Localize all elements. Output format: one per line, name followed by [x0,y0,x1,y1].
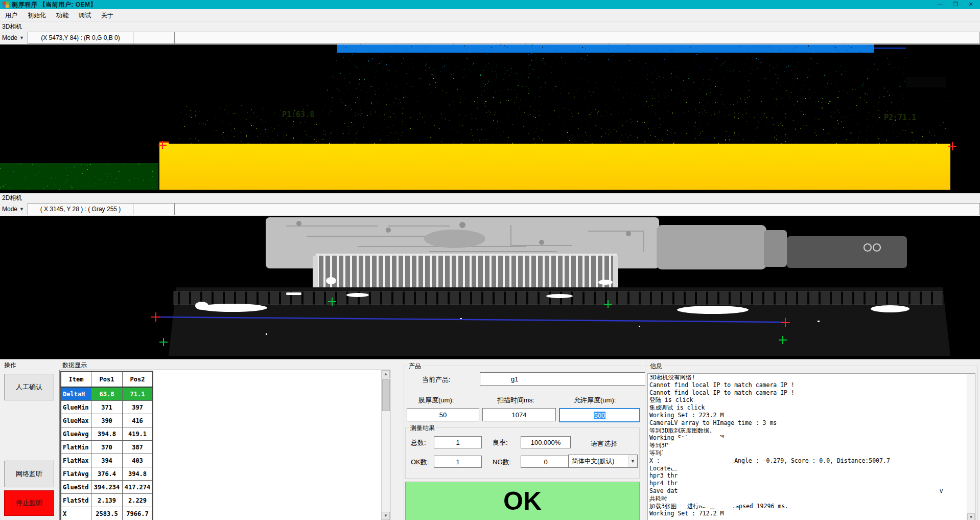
yield-label: 良率: [493,438,508,447]
window-title: 测厚程序 【当前用户: OEM】 [12,1,97,9]
menu-item[interactable]: 调试 [74,10,96,21]
log-line: Cannot find local IP to match camera IP … [648,381,975,389]
current-product-input[interactable]: g1 [480,372,669,386]
ng-count-input[interactable]: 0 [521,456,571,468]
table-row[interactable]: FlatMax394403 [61,454,153,467]
allowed-thickness-label: 允许厚度(um): [574,396,616,405]
results-label: 测量结果 [409,424,436,433]
table-scrollbar[interactable]: ▲ ▼ [381,370,390,520]
total-count-input[interactable]: 1 [434,436,482,448]
stop-listen-button[interactable]: 停止监听 [4,490,54,516]
col-header-pos2[interactable]: Pos2 [123,371,153,387]
app-icon [2,1,9,8]
close-button[interactable]: ✕ [964,1,978,9]
scroll-down-icon[interactable]: ▼ [967,513,975,520]
scroll-down-icon[interactable]: ▼ [382,512,390,520]
log-scrollbar[interactable]: ▼ [967,374,975,520]
log-line: 3D相机没有网络! [648,374,975,381]
table-header-row: Item Pos1 Pos2 [61,371,153,387]
operations-label: 操作 [3,361,17,370]
table-row[interactable]: GlueMax390416 [61,414,153,427]
total-count-label: 总数: [411,438,426,447]
log-line: 登陆 is click [648,396,975,404]
camera2d-toolbar: Mode ▼ ( X 3145, Y 28 ) : ( Gray 255 ) [0,202,980,216]
table-row[interactable]: DeltaH63.871.1 [61,387,153,401]
table-row[interactable]: GlueAvg394.8419.1 [61,427,153,441]
log-line: CameraLV array to HImage time : 3 ms [648,419,975,427]
redaction-blob [696,492,742,509]
grayscale-2d-view[interactable] [0,216,980,359]
menu-item[interactable]: 功能 [51,10,74,21]
camera2d-pixel-status: ( X 3145, Y 28 ) : ( Gray 255 ) [28,203,133,215]
table-row[interactable]: FlatMin370387 [61,441,153,454]
info-label: 信息 [648,362,664,371]
maximize-button[interactable]: ❐ [948,1,963,9]
menu-item[interactable]: 用户 [0,10,22,21]
p2-measurement-annotation: P2:71.1 [884,113,916,122]
ng-count-label: NG数: [493,458,511,467]
info-groupbox: 信息 3D相机没有网络!Cannot find local IP to matc… [645,366,978,520]
table-row[interactable]: GlueStd394.234417.274 [61,481,153,494]
scan-time-label: 扫描时间ms: [497,396,534,405]
minimize-button[interactable]: — [933,1,947,9]
film-thickness-label: 膜厚度(um): [418,396,454,405]
result-status-indicator: OK [405,482,640,520]
camera3d-status-cell-2 [133,32,175,44]
log-line: Cannot find local IP to match camera IP … [648,389,975,397]
ok-count-label: OK数: [411,458,429,467]
col-header-item[interactable]: Item [61,371,91,387]
camera2d-status-cell-2 [133,203,175,215]
p1-measurement-annotation: P1:63.8 [282,110,314,119]
language-select-label: 语言选择 [591,439,617,448]
chevron-down-icon: ▼ [628,455,637,467]
menu-bar: 用户初始化功能调试关于 [0,9,980,22]
camera3d-pixel-status: (X 5473,Y 84) : (R 0,G 0,B 0) [28,32,133,44]
product-label: 产品 [407,362,423,371]
camera2d-status-cell-3 [175,203,980,215]
product-groupbox: 产品 当前产品: g1 膜厚度(um): 扫描时间ms: 允许厚度(um): 5… [404,366,641,520]
title-bar: 测厚程序 【当前用户: OEM】 — ❐ ✕ [0,0,980,9]
network-listen-button[interactable]: 网络监听 [4,461,54,487]
bottom-panel: 操作 人工确认 网络监听 停止监听 数据显示 Item Pos1 Pos2 [0,359,980,520]
results-groupbox: 测量结果 总数: 1 良率: 100.000% 语言选择 OK数: 1 NG数:… [405,427,640,479]
log-line: Working Set : 712.2 M [648,510,975,517]
log-line: 集成调试 is click [648,404,975,412]
camera2d-label: 2D相机 [0,193,980,202]
col-header-pos1[interactable]: Pos1 [91,371,123,387]
menu-item[interactable]: 关于 [96,10,119,21]
language-dropdown[interactable]: 简体中文(默认) ▼ [568,455,638,468]
manual-confirm-button[interactable]: 人工确认 [4,374,54,400]
current-product-label: 当前产品: [422,375,451,385]
camera2d-mode-button[interactable]: Mode ▼ [0,202,28,216]
camera3d-toolbar: Mode ▼ (X 5473,Y 84) : (R 0,G 0,B 0) [0,31,980,44]
measurement-table: Item Pos1 Pos2 DeltaH63.871.1 GlueMin371… [60,371,153,520]
scrollbar-thumb[interactable] [382,379,390,411]
allowed-thickness-input[interactable]: 500 [559,408,640,422]
scroll-up-icon[interactable]: ▲ [382,370,390,378]
chevron-down-icon: ▼ [19,35,24,40]
data-display-panel: Item Pos1 Pos2 DeltaH63.871.1 GlueMin371… [59,370,390,520]
chevron-down-icon: ▼ [19,207,24,212]
table-row[interactable]: GlueMin371397 [61,401,153,414]
camera3d-mode-button[interactable]: Mode ▼ [0,31,28,44]
scan-time-input[interactable]: 1074 [482,408,556,421]
heightmap-3d-view[interactable]: P1:63.8 P2:71.1 [0,44,980,193]
table-row[interactable]: FlatStd2.1392.229 [61,494,153,507]
camera3d-label: 3D相机 [0,22,980,31]
table-row[interactable]: X2583.57966.7 [61,507,153,520]
ok-count-input[interactable]: 1 [434,456,482,468]
film-thickness-input[interactable]: 50 [407,408,479,421]
table-row[interactable]: FlatAvg376.4394.8 [61,467,153,481]
menu-item[interactable]: 初始化 [22,10,51,21]
log-line: Working Set : 223.2 M [648,412,975,419]
yield-input[interactable]: 100.000% [521,436,571,448]
camera3d-status-cell-3 [175,32,980,44]
data-display-label: 数据显示 [61,361,88,370]
app-window: 测厚程序 【当前用户: OEM】 — ❐ ✕ 用户初始化功能调试关于 3D相机 … [0,0,980,520]
redaction-blob [776,487,939,494]
heightmap-3d-image [0,44,980,193]
grayscale-2d-image [0,216,980,359]
log-output[interactable]: 3D相机没有网络!Cannot find local IP to match c… [647,373,975,520]
